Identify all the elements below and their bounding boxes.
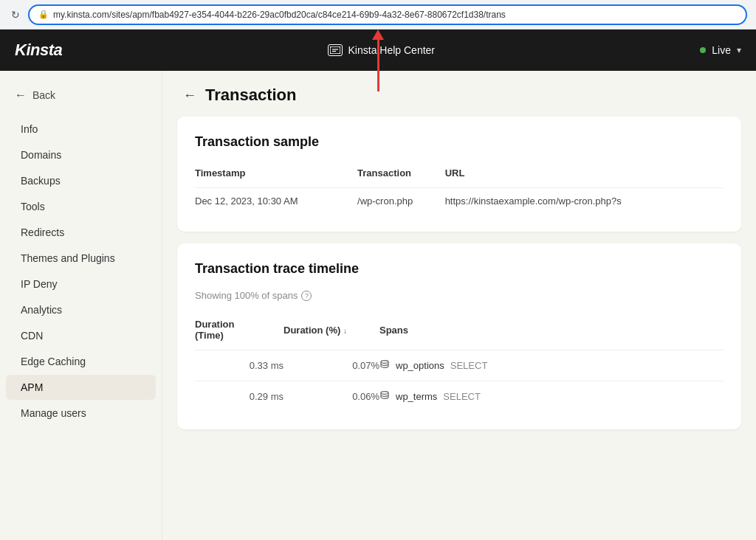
info-circle-icon[interactable]: ? <box>301 291 312 301</box>
sidebar-item-manage-users[interactable]: Manage users <box>6 401 156 426</box>
span-cell: wp_terms SELECT <box>379 381 724 412</box>
transaction-card-title: Transaction sample <box>195 134 724 150</box>
sidebar-item-label: Info <box>21 123 38 135</box>
subtitle-text: Showing 100% of spans <box>195 290 298 301</box>
sidebar-item-label: Themes and Plugins <box>21 252 115 264</box>
sidebar-item-analytics[interactable]: Analytics <box>6 297 156 322</box>
back-button[interactable]: ← Back <box>0 83 162 108</box>
table-row: 0.33 ms 0.07% wp_options SELECT <box>195 350 724 381</box>
refresh-button[interactable]: ↻ <box>9 8 22 21</box>
back-label: Back <box>32 89 55 101</box>
url-bar[interactable]: 🔒 my.kinsta.com/sites/apm/fbab4927-e354-… <box>28 4 747 25</box>
browser-controls: ↻ <box>9 8 22 21</box>
span-op: SELECT <box>443 391 481 402</box>
col-duration-time: Duration(Time) <box>195 314 284 350</box>
sidebar-item-apm[interactable]: APM <box>6 375 156 400</box>
main-layout: ← Back Info Domains Backups Tools Redire… <box>0 71 756 540</box>
pct-cell: 0.06% <box>284 381 379 412</box>
lock-icon: 🔒 <box>38 10 49 19</box>
svg-rect-0 <box>330 46 340 54</box>
live-label: Live <box>712 44 731 56</box>
table-row: 0.29 ms 0.06% wp_terms SELECT <box>195 381 724 412</box>
col-spans: Spans <box>379 314 724 350</box>
content-area: ← Transaction Transaction sample Timesta… <box>162 71 756 540</box>
help-icon <box>328 44 343 56</box>
transaction-cell: /wp-cron.php <box>357 188 445 215</box>
duration-cell: 0.33 ms <box>195 350 284 381</box>
sidebar-item-label: Redirects <box>21 226 64 238</box>
kinsta-logo: Kinsta <box>15 41 62 60</box>
span-cell: wp_options SELECT <box>379 350 724 381</box>
sidebar-item-label: Tools <box>21 201 45 212</box>
back-arrow-icon: ← <box>15 89 27 102</box>
col-duration-pct[interactable]: Duration (%) ↓ <box>284 314 379 350</box>
url-text: my.kinsta.com/sites/apm/fbab4927-e354-40… <box>53 10 506 20</box>
sidebar-item-cdn[interactable]: CDN <box>6 323 156 348</box>
sidebar-item-info[interactable]: Info <box>6 117 156 142</box>
transaction-table: Timestamp Transaction URL Dec 12, 2023, … <box>195 163 724 214</box>
sidebar-item-redirects[interactable]: Redirects <box>6 220 156 245</box>
timestamp-cell: Dec 12, 2023, 10:30 AM <box>195 188 357 215</box>
live-dot <box>700 47 706 53</box>
timeline-table: Duration(Time) Duration (%) ↓ Spans 0.33… <box>195 314 724 412</box>
sidebar-item-label: IP Deny <box>21 278 58 290</box>
col-url: URL <box>445 163 724 188</box>
timeline-subtitle: Showing 100% of spans ? <box>195 290 724 301</box>
col-timestamp: Timestamp <box>195 163 357 188</box>
svg-point-3 <box>381 361 388 364</box>
help-center-button[interactable]: Kinsta Help Center <box>317 40 446 60</box>
sidebar-item-domains[interactable]: Domains <box>6 142 156 167</box>
sidebar-item-edge-caching[interactable]: Edge Caching <box>6 349 156 374</box>
sidebar-item-label: APM <box>21 381 43 393</box>
sidebar: ← Back Info Domains Backups Tools Redire… <box>0 71 162 540</box>
sidebar-item-backups[interactable]: Backups <box>6 168 156 193</box>
transaction-sample-card: Transaction sample Timestamp Transaction… <box>177 117 741 232</box>
page-title: Transaction <box>205 86 296 105</box>
sidebar-item-label: Edge Caching <box>21 356 86 367</box>
pct-cell: 0.07% <box>284 350 379 381</box>
span-name: wp_terms <box>396 391 437 402</box>
database-icon <box>379 359 390 372</box>
sidebar-item-label: Manage users <box>21 407 86 419</box>
live-badge[interactable]: Live ▾ <box>700 44 741 56</box>
url-cell: https://kinstaexample.com/wp-cron.php?s <box>445 188 724 215</box>
col-transaction: Transaction <box>357 163 445 188</box>
duration-cell: 0.29 ms <box>195 381 284 412</box>
sidebar-item-label: Domains <box>21 149 61 161</box>
sidebar-item-label: Backups <box>21 175 61 187</box>
sidebar-item-ip-deny[interactable]: IP Deny <box>6 271 156 297</box>
help-center-label: Kinsta Help Center <box>348 44 436 56</box>
page-header: ← Transaction <box>162 71 756 117</box>
timeline-card: Transaction trace timeline Showing 100% … <box>177 243 741 429</box>
timeline-card-title: Transaction trace timeline <box>195 261 724 277</box>
top-navigation: Kinsta Kinsta Help Center Live ▾ <box>0 30 756 71</box>
page-back-arrow-icon[interactable]: ← <box>183 88 196 103</box>
sidebar-item-label: Analytics <box>21 304 62 316</box>
sidebar-item-themes-and-plugins[interactable]: Themes and Plugins <box>6 246 156 271</box>
sort-icon: ↓ <box>343 327 347 335</box>
svg-point-4 <box>381 392 388 395</box>
sidebar-item-tools[interactable]: Tools <box>6 194 156 219</box>
table-row: Dec 12, 2023, 10:30 AM /wp-cron.php http… <box>195 188 724 215</box>
chevron-down-icon: ▾ <box>737 45 741 55</box>
database-icon <box>379 390 390 403</box>
span-op: SELECT <box>450 360 488 371</box>
sidebar-item-label: CDN <box>21 330 43 342</box>
browser-chrome: ↻ 🔒 my.kinsta.com/sites/apm/fbab4927-e35… <box>0 0 756 30</box>
span-name: wp_options <box>396 360 444 371</box>
